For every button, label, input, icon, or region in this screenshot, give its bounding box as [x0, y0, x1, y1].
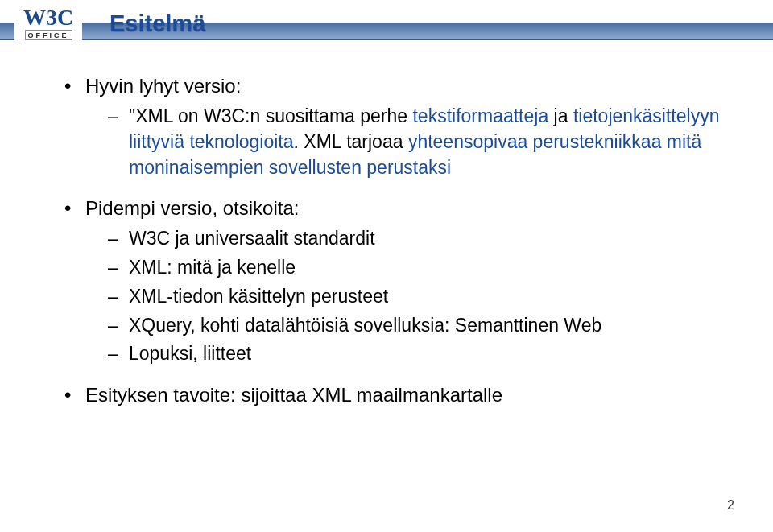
bullet-label: Hyvin lyhyt versio:	[85, 75, 241, 97]
logo-letter-c: C	[57, 6, 73, 29]
bullet-goal: Esityksen tavoite: sijoittaa XML maailma…	[64, 381, 725, 408]
list-item: W3C ja universaalit standardit	[97, 226, 725, 252]
quote-part: "XML on W3C:n suosittama perhe	[129, 105, 412, 126]
logo-subtext-office: OFFICE	[26, 31, 72, 39]
slide-body: Hyvin lyhyt versio: "XML on W3C:n suosit…	[64, 72, 725, 423]
list-item: XML-tiedon käsittelyn perusteet	[97, 284, 725, 310]
quote-part: ja	[548, 105, 573, 126]
w3c-office-logo: W 3 C OFFICE	[14, 6, 82, 52]
logo-letter-w: W	[23, 6, 46, 29]
logo-letter-3: 3	[46, 6, 57, 29]
list-item: XQuery, kohti datalähtöisiä sovelluksia:…	[97, 313, 725, 339]
bullet-label: Pidempi versio, otsikoita:	[85, 197, 299, 219]
page-number: 2	[727, 498, 734, 513]
quote-highlight: tekstiformaatteja	[412, 105, 548, 126]
bullet-longer-version: Pidempi versio, otsikoita: W3C ja univer…	[64, 195, 725, 367]
slide: W 3 C OFFICE Esitelmä Hyvin lyhyt versio…	[0, 0, 773, 532]
quote-part: . XML tarjoaa	[294, 131, 408, 152]
slide-title: Esitelmä	[110, 10, 205, 37]
list-item: XML: mitä ja kenelle	[97, 255, 725, 281]
bullet-short-version: Hyvin lyhyt versio: "XML on W3C:n suosit…	[64, 72, 725, 180]
quote-line: "XML on W3C:n suosittama perhe tekstifor…	[97, 104, 725, 180]
bullet-label: Esityksen tavoite: sijoittaa XML maailma…	[85, 384, 502, 406]
w3c-logo-text: W 3 C	[23, 6, 73, 29]
list-item: Lopuksi, liitteet	[97, 341, 725, 367]
